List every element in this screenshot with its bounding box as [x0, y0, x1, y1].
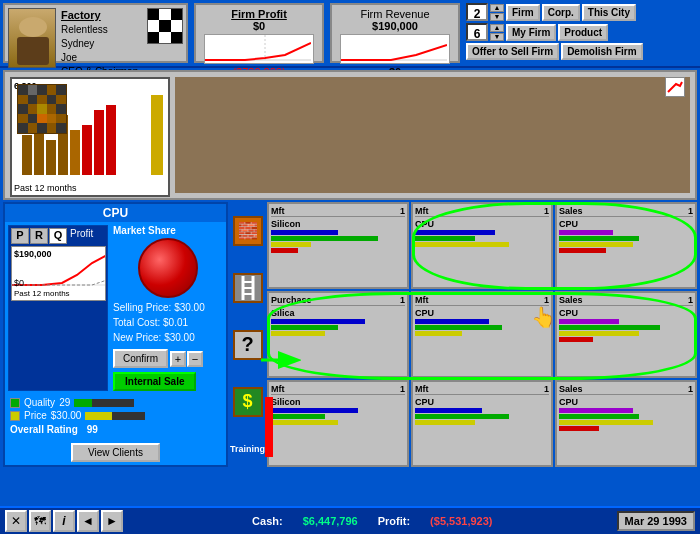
- cell-title-8: Sales1: [559, 384, 693, 395]
- cell-title-7: Mft1: [415, 384, 549, 395]
- quality-dot: [10, 398, 20, 408]
- cell-bars-2: [559, 230, 693, 253]
- grid-cell-1: Mft1 CPU: [411, 202, 553, 289]
- trend-icon[interactable]: [665, 77, 685, 97]
- arrow-down-2[interactable]: ▼: [490, 33, 504, 41]
- cell-bars-1: [415, 230, 549, 247]
- price-bar: [85, 412, 145, 420]
- quality-label: Quality: [24, 397, 55, 408]
- grid-cell-7: Mft1 CPU: [411, 380, 553, 467]
- btn-demolish[interactable]: Demolish Firm: [561, 43, 642, 60]
- mini-chart-zero: $0: [14, 278, 24, 288]
- btn-this-city[interactable]: This City: [582, 4, 636, 21]
- firm-profit-title: Firm Profit: [199, 8, 319, 20]
- cell-bars-5: [559, 319, 693, 342]
- cpu-panel: CPU P R Q Profit $190,000 $0: [3, 202, 228, 467]
- main-chart: 6,300 Past 12 months: [10, 77, 170, 197]
- cell-bars-4: [415, 319, 549, 336]
- btn-product[interactable]: Product: [558, 24, 608, 41]
- tab-r[interactable]: R: [30, 228, 48, 244]
- arrow-up-2[interactable]: ▲: [490, 24, 504, 32]
- tab-p[interactable]: P: [11, 228, 29, 244]
- factory-panel: Factory Relentless Sydney Joe CEO & Chai…: [3, 3, 188, 63]
- bottom-bar: ✕ 🗺 i ◄ ► Cash: $6,447,796 Profit: ($5,5…: [0, 506, 700, 534]
- mini-chart-label: Past 12 months: [14, 289, 70, 298]
- cell-bars-0: [271, 230, 405, 253]
- tab-q[interactable]: Q: [49, 228, 67, 244]
- arrow-btn-2[interactable]: ▲ ▼: [490, 24, 504, 41]
- mini-chart: $190,000 $0 Past 12 months: [11, 246, 106, 301]
- plus-btn[interactable]: +: [170, 351, 186, 367]
- num-box-1: 2: [466, 3, 488, 21]
- right-grid: Mft1 Silicon Mft1 CPU Sales1: [267, 202, 697, 467]
- btn-my-firm[interactable]: My Firm: [506, 24, 556, 41]
- ceo-name2: Sydney: [61, 37, 138, 51]
- factory-info: Factory Relentless Sydney Joe CEO & Chai…: [61, 8, 138, 79]
- firm-profit-panel: Firm Profit $0 ($700,000) Past 12 months: [194, 3, 324, 63]
- arrow-down-1[interactable]: ▼: [490, 13, 504, 21]
- cell-product-8: CPU: [559, 397, 693, 407]
- grid-cell-8: Sales1 CPU: [555, 380, 697, 467]
- total-cost-value: $0.01: [163, 317, 188, 328]
- quality-bar: [74, 399, 134, 407]
- ladder-icon[interactable]: [233, 273, 263, 303]
- dollar-icon[interactable]: $: [233, 387, 263, 417]
- num-box-2: 6: [466, 23, 488, 41]
- cell-product-0: Silicon: [271, 219, 405, 229]
- stack-icon[interactable]: 🧱: [233, 216, 263, 246]
- plus-minus-control[interactable]: + −: [170, 351, 203, 367]
- minus-btn[interactable]: −: [187, 351, 203, 367]
- cash-label: Cash:: [252, 515, 283, 527]
- green-arrow: [261, 345, 301, 377]
- revenue-current: $190,000: [335, 20, 455, 32]
- arrow-up-1[interactable]: ▲: [490, 4, 504, 12]
- top-row-2: 6 ▲ ▼ My Firm Product: [466, 23, 643, 41]
- cash-value: $6,447,796: [303, 515, 358, 527]
- grid-cell-0: Mft1 Silicon: [267, 202, 409, 289]
- internal-sale-button[interactable]: Internal Sale: [113, 372, 196, 391]
- market-share-title: Market Share: [113, 225, 223, 236]
- cell-product-6: Silicon: [271, 397, 405, 407]
- cell-title-1: Mft1: [415, 206, 549, 217]
- btn-offer[interactable]: Offer to Sell Firm: [466, 43, 559, 60]
- bottom-icon-info[interactable]: i: [53, 510, 75, 532]
- cell-bars-6: [271, 408, 405, 425]
- icons-column: 🧱 ? $ Training: [230, 202, 265, 467]
- bottom-icon-fwd[interactable]: ►: [101, 510, 123, 532]
- top-bar: Factory Relentless Sydney Joe CEO & Chai…: [0, 0, 700, 68]
- market-share-section: Market Share Selling Price: $30.00 Total…: [113, 225, 223, 391]
- new-price-value: $30.00: [164, 332, 195, 343]
- cell-title-0: Mft1: [271, 206, 405, 217]
- bottom-icon-x[interactable]: ✕: [5, 510, 27, 532]
- bottom-icon-back[interactable]: ◄: [77, 510, 99, 532]
- grid-cell-6: Mft1 Silicon: [267, 380, 409, 467]
- profit-label-bottom: Profit:: [378, 515, 410, 527]
- arrow-btn-1[interactable]: ▲ ▼: [490, 4, 504, 21]
- cell-bars-7: [415, 408, 549, 425]
- revenue-chart: [340, 34, 450, 64]
- bottom-icon-map[interactable]: 🗺: [29, 510, 51, 532]
- bottom-icons: ✕ 🗺 i ◄ ►: [5, 510, 123, 532]
- grid-cell-4: Mft1 CPU 👆: [411, 291, 553, 378]
- cell-product-3: Silica: [271, 308, 405, 318]
- top-row-3: Offer to Sell Firm Demolish Firm: [466, 43, 643, 60]
- question-icon[interactable]: ?: [233, 330, 263, 360]
- view-clients-button[interactable]: View Clients: [71, 443, 160, 462]
- grid-cell-2: Sales1 CPU: [555, 202, 697, 289]
- profit-chart: [204, 34, 314, 64]
- price-value: $30.00: [51, 410, 82, 421]
- btn-corp[interactable]: Corp.: [542, 4, 580, 21]
- avatar: [8, 8, 56, 68]
- quality-section: Quality 29 Price $30.00 Overall Rating 9…: [5, 394, 226, 440]
- cell-bars-8: [559, 408, 693, 431]
- confirm-button[interactable]: Confirm: [113, 349, 168, 368]
- cpu-title: CPU: [5, 204, 226, 222]
- training-label: Training: [230, 444, 265, 454]
- firm-revenue-panel: Firm Revenue $190,000 $0 Past 12 months: [330, 3, 460, 63]
- ceo-name1: Relentless: [61, 23, 138, 37]
- selling-price-value: $30.00: [174, 302, 205, 313]
- cell-title-2: Sales1: [559, 206, 693, 217]
- date-display: Mar 29 1993: [617, 511, 695, 531]
- btn-firm[interactable]: Firm: [506, 4, 540, 21]
- main-content: CPU P R Q Profit $190,000 $0: [3, 202, 697, 467]
